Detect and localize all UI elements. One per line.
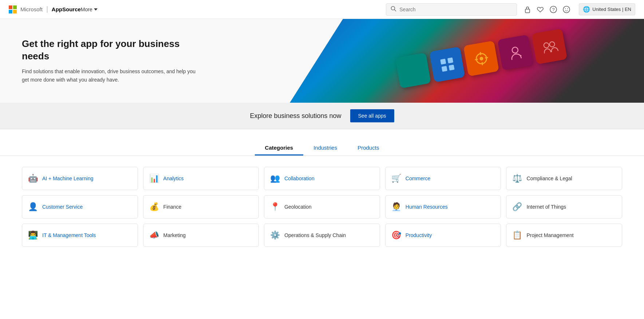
svg-rect-10 [441,66,447,71]
see-all-button[interactable]: See all apps [350,109,394,122]
category-label-compliance: Compliance & Legal [526,175,572,182]
category-icon-geolocation: 📍 [270,202,280,212]
category-card-ai-ml[interactable]: 🤖AI + Machine Learning [22,167,138,190]
svg-point-5 [563,6,570,13]
explore-text: Explore business solutions now [250,112,341,120]
svg-line-15 [482,62,482,64]
key-pink [497,34,533,70]
svg-line-17 [485,57,487,58]
category-icon-operations: ⚙️ [270,231,280,240]
category-card-human-resources[interactable]: 🧑‍💼Human Resources [385,195,501,218]
category-label-geolocation: Geolocation [284,204,312,210]
key-amber [463,40,499,76]
category-card-customer-service[interactable]: 👤Customer Service [22,195,138,218]
key-blue [429,46,465,82]
category-icon-commerce: 🛒 [391,174,401,183]
category-icon-ai-ml: 🤖 [28,174,38,183]
tab-industries[interactable]: Industries [303,141,347,155]
category-card-collaboration[interactable]: 👥Collaboration [264,167,380,190]
key-teal [395,52,431,88]
category-label-human-resources: Human Resources [406,204,448,210]
category-label-productivity: Productivity [406,232,432,239]
svg-rect-9 [447,57,453,63]
microsoft-label: Microsoft [20,6,43,12]
globe-icon: 🌐 [583,6,590,13]
category-icon-productivity: 🎯 [391,231,401,240]
category-label-analytics: Analytics [163,175,184,182]
category-label-project-management: Project Management [526,232,573,239]
category-card-project-management[interactable]: 📋Project Management [506,224,622,247]
category-card-compliance[interactable]: ⚖️Compliance & Legal [506,167,622,190]
favorite-button[interactable] [537,6,544,13]
category-card-operations[interactable]: ⚙️Operations & Supply Chain [264,224,380,247]
category-icon-analytics: 📊 [149,174,159,183]
category-icon-human-resources: 🧑‍💼 [391,202,401,212]
category-icon-iot: 🔗 [512,202,522,212]
help-button[interactable]: ? [550,6,557,13]
svg-point-20 [549,41,555,47]
svg-point-6 [565,8,566,9]
category-card-marketing[interactable]: 📣Marketing [143,224,259,247]
category-card-analytics[interactable]: 📊Analytics [143,167,259,190]
brand-label: Microsoft [20,6,43,12]
hero-keys [395,28,568,88]
svg-line-1 [395,9,396,11]
microsoft-logo[interactable]: Microsoft [9,5,43,13]
category-icon-it-management: 👨‍💻 [28,231,38,240]
locale-button[interactable]: 🌐 United States | EN [579,3,635,15]
svg-rect-11 [449,64,454,70]
category-label-ai-ml: AI + Machine Learning [42,175,93,182]
category-icon-customer-service: 👤 [28,202,38,212]
header-icons: ? 🌐 United States | EN [524,3,635,15]
category-label-operations: Operations & Supply Chain [284,232,346,239]
category-label-finance: Finance [163,204,182,210]
category-card-commerce[interactable]: 🛒Commerce [385,167,501,190]
chevron-down-icon [94,8,98,11]
svg-line-14 [480,52,481,54]
category-icon-compliance: ⚖️ [512,174,522,183]
search-icon [391,6,396,13]
category-label-iot: Internet of Things [526,204,566,210]
more-button[interactable]: More [81,7,98,12]
category-label-marketing: Marketing [163,232,186,239]
category-icon-finance: 💰 [149,202,159,212]
header-divider [47,6,47,13]
category-icon-collaboration: 👥 [270,174,280,183]
svg-point-13 [479,56,483,60]
appsource-label: AppSource [52,6,81,12]
explore-bar: Explore business solutions now See all a… [0,103,644,129]
tab-products[interactable]: Products [347,141,389,155]
search-box [386,3,517,16]
category-card-productivity[interactable]: 🎯Productivity [385,224,501,247]
svg-point-19 [543,42,549,48]
category-label-it-management: IT & Management Tools [42,232,96,239]
categories-section: 🤖AI + Machine Learning📊Analytics👥Collabo… [0,163,644,258]
hero-subtitle: Find solutions that enable innovation, d… [22,67,197,84]
emoji-button[interactable] [563,6,570,13]
category-label-collaboration: Collaboration [284,175,315,182]
ms-grid-icon [9,5,17,13]
category-label-commerce: Commerce [406,175,430,182]
category-card-finance[interactable]: 💰Finance [143,195,259,218]
categories-grid: 🤖AI + Machine Learning📊Analytics👥Collabo… [22,167,622,247]
svg-point-7 [567,8,568,9]
hero-title: Get the right app for your business need… [22,38,197,63]
tab-categories[interactable]: Categories [255,141,304,155]
svg-rect-8 [440,58,446,64]
header: Microsoft AppSource More ? � [0,0,644,19]
category-card-it-management[interactable]: 👨‍💻IT & Management Tools [22,224,138,247]
svg-point-18 [511,46,518,53]
search-input[interactable] [399,7,512,12]
category-card-iot[interactable]: 🔗Internet of Things [506,195,622,218]
tabs-section: Categories Industries Products [0,141,644,156]
hero-section: Get the right app for your business need… [0,19,644,103]
svg-text:?: ? [552,7,555,12]
category-icon-marketing: 📣 [149,231,159,240]
hero-text: Get the right app for your business need… [0,23,218,98]
category-card-geolocation[interactable]: 📍Geolocation [264,195,380,218]
locale-label: United States | EN [592,7,631,12]
lock-button[interactable] [524,6,531,13]
svg-rect-2 [525,9,530,13]
category-icon-project-management: 📋 [512,231,522,240]
hero-image [290,19,644,103]
